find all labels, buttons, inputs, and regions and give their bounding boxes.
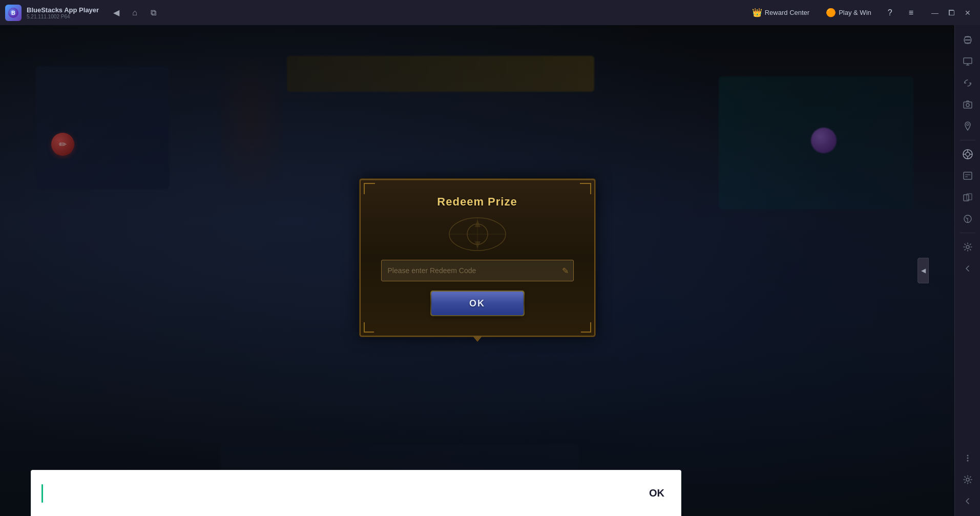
svg-rect-12 (964, 58, 972, 64)
sidebar-settings-gear-btn[interactable] (958, 237, 977, 257)
sidebar-macro-btn[interactable] (958, 166, 977, 185)
app-info: BlueStacks App Player 5.21.111.1002 P64 (27, 6, 99, 19)
svg-rect-10 (965, 39, 971, 40)
sidebar-sep-2 (960, 233, 975, 233)
play-win-label: Play & Win (839, 9, 871, 16)
dialog-overlay: Redeem Prize ✎ (0, 25, 954, 516)
play-win-icon: 🟠 (826, 8, 836, 17)
redeem-ok-button[interactable]: OK (431, 292, 524, 315)
svg-rect-9 (965, 36, 971, 37)
main-area: ✏ Redeem Prize (0, 25, 980, 516)
help-icon: ? (888, 8, 892, 17)
corner-bl-decoration (364, 322, 374, 333)
svg-rect-24 (964, 172, 972, 179)
svg-point-16 (966, 104, 969, 107)
sidebar-back-arrow-btn[interactable] (958, 259, 977, 278)
svg-text:B: B (11, 10, 15, 16)
redeem-dialog: Redeem Prize ✎ (360, 179, 595, 337)
svg-point-17 (967, 123, 969, 126)
game-viewport[interactable]: ✏ Redeem Prize (0, 25, 954, 516)
ok-button-inner: OK (432, 293, 523, 314)
dialog-title: Redeem Prize (381, 195, 574, 209)
maximize-button[interactable]: ⧠ (944, 6, 958, 20)
sidebar-settings-btn[interactable] (958, 30, 977, 50)
bottom-ok-button[interactable]: OK (643, 483, 671, 503)
svg-marker-7 (475, 241, 481, 249)
svg-point-31 (967, 458, 968, 459)
title-bar-right: 👑 Reward Center 🟠 Play & Win ? ≡ (748, 6, 918, 19)
ok-button-label: OK (469, 298, 485, 309)
sidebar-multi-instance-btn[interactable] (958, 188, 977, 207)
svg-point-19 (966, 152, 970, 156)
title-bar: B BlueStacks App Player 5.21.111.1002 P6… (0, 0, 980, 25)
sidebar-location-btn[interactable] (958, 116, 977, 136)
redeem-code-input[interactable] (381, 260, 574, 281)
svg-point-29 (966, 245, 969, 249)
ok-button-wrapper: OK (381, 292, 574, 315)
menu-button[interactable]: ≡ (905, 6, 918, 19)
svg-rect-15 (964, 102, 972, 108)
collapse-sidebar-button[interactable]: ◀ (918, 258, 929, 283)
app-title: BlueStacks App Player (27, 6, 99, 14)
svg-point-30 (967, 455, 968, 457)
svg-point-32 (967, 460, 968, 462)
sidebar-rotate-btn[interactable] (958, 73, 977, 93)
bottom-text-input[interactable] (47, 488, 633, 499)
dialog-emblem (381, 214, 574, 255)
menu-icon: ≡ (909, 8, 913, 17)
sidebar-back-bottom-btn[interactable] (958, 491, 977, 511)
minimize-button[interactable]: — (928, 6, 942, 20)
svg-point-33 (966, 478, 969, 481)
sidebar-sep-1 (960, 140, 975, 140)
redeem-input-wrapper: ✎ (381, 260, 574, 281)
close-button[interactable]: ✕ (961, 6, 975, 20)
text-cursor (41, 484, 43, 503)
reward-center-icon: 👑 (752, 8, 762, 17)
svg-rect-11 (965, 43, 971, 44)
svg-marker-6 (475, 220, 481, 227)
dialog-arrow (472, 336, 483, 342)
sidebar-display-btn[interactable] (958, 52, 977, 71)
reward-center-label: Reward Center (765, 9, 809, 16)
home-button[interactable]: ⌂ (128, 6, 142, 20)
corner-br-decoration (581, 322, 591, 333)
right-sidebar (954, 25, 980, 516)
reward-center-button[interactable]: 👑 Reward Center (748, 6, 814, 19)
sidebar-more-btn[interactable] (958, 448, 977, 468)
back-button[interactable]: ◀ (109, 6, 123, 20)
window-controls: — ⧠ ✕ (928, 6, 975, 20)
sidebar-target-btn[interactable] (958, 145, 977, 164)
sidebar-screenshot-btn[interactable] (958, 95, 977, 114)
bottom-input-bar: OK (31, 470, 681, 516)
play-win-button[interactable]: 🟠 Play & Win (822, 6, 875, 19)
help-button[interactable]: ? (884, 6, 896, 19)
app-logo: B (5, 5, 22, 21)
nav-buttons: ◀ ⌂ ⧉ (109, 6, 160, 20)
app-version: 5.21.111.1002 P64 (27, 14, 99, 19)
sidebar-eco-btn[interactable] (958, 209, 977, 229)
windows-button[interactable]: ⧉ (146, 6, 160, 20)
sidebar-settings-bottom-btn[interactable] (958, 470, 977, 489)
